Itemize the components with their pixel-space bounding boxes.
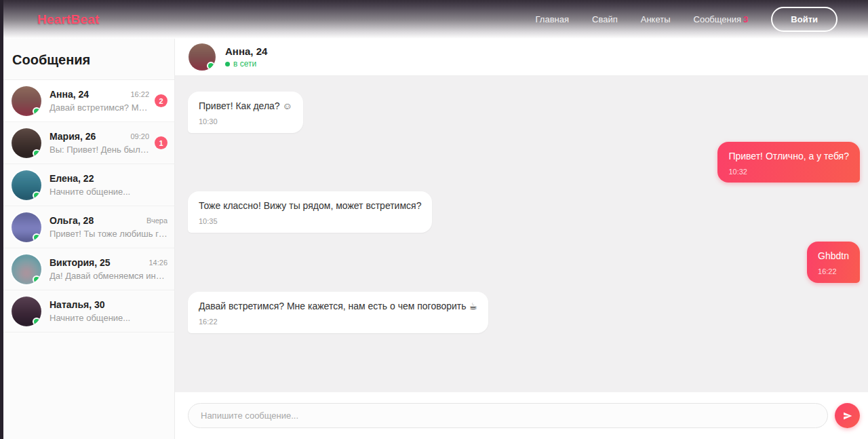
conversation-item-olga[interactable]: Ольга, 28 Вчера Привет! Ты тоже любишь г… <box>3 206 174 248</box>
main-layout: Сообщения Анна, 24 16:22 Давай встретимс… <box>0 39 868 439</box>
avatar <box>12 170 41 200</box>
online-dot <box>33 233 41 242</box>
avatar <box>12 212 41 242</box>
conversation-name: Анна, 24 <box>50 89 89 100</box>
online-dot <box>33 318 41 326</box>
conversation-item-maria[interactable]: Мария, 26 09:20 Вы: Привет! День был нас… <box>3 122 174 164</box>
message-time: 16:22 <box>199 317 477 327</box>
online-dot <box>33 149 41 157</box>
message-text: Давай встретимся? Мне кажется, нам есть … <box>199 300 477 313</box>
brand-logo[interactable]: HeartBeat <box>37 12 100 27</box>
conversation-time: 16:22 <box>130 90 149 98</box>
conversation-time: Вчера <box>146 216 167 225</box>
avatar <box>12 128 41 158</box>
message-text: Привет! Как дела? ☺ <box>199 100 292 113</box>
login-button[interactable]: Войти <box>771 7 837 32</box>
unread-badge: 2 <box>155 94 167 107</box>
sidebar-title: Сообщения <box>3 39 174 80</box>
message-incoming: Тоже классно! Вижу ты рядом, может встре… <box>188 191 860 233</box>
message-text: Привет! Отлично, а у тебя? <box>728 150 849 163</box>
chat-header: Анна, 24 в сети <box>175 39 868 76</box>
unread-badge: 1 <box>155 136 167 149</box>
conversation-preview: Начните общение... <box>50 187 167 197</box>
conversation-item-natalia[interactable]: Наталья, 30 Начните общение... <box>3 290 174 332</box>
messages-count-badge: 3 <box>743 14 748 24</box>
online-dot <box>33 275 41 284</box>
message-time: 10:35 <box>199 216 421 227</box>
nav-item-messages[interactable]: Сообщения3 <box>694 14 749 24</box>
conversation-preview: Привет! Ты тоже любишь горы? <box>50 229 167 239</box>
conversation-time: 14:26 <box>149 259 167 267</box>
conversation-name: Мария, 26 <box>50 131 96 142</box>
nav-item-profiles[interactable]: Анкеты <box>641 14 671 24</box>
message-time: 10:32 <box>728 167 849 177</box>
message-outgoing: Ghbdtn 16:22 <box>188 242 860 283</box>
avatar <box>12 254 41 284</box>
nav-item-swipe[interactable]: Свайп <box>592 14 618 24</box>
message-composer <box>175 392 868 439</box>
avatar <box>12 86 41 116</box>
conversation-time: 09:20 <box>130 132 149 140</box>
message-text: Тоже классно! Вижу ты рядом, может встре… <box>199 199 421 212</box>
conversation-preview: Да! Давай обменяемся инстагра... <box>50 271 167 281</box>
message-outgoing: Привет! Отлично, а у тебя? 10:32 <box>188 142 860 183</box>
status-dot-icon <box>225 62 230 66</box>
conversation-preview: Давай встретимся? Мне каж... <box>50 102 149 113</box>
conversation-name: Виктория, 25 <box>50 257 111 268</box>
nav-links: Главная Свайп Анкеты Сообщения3 Войти <box>536 7 837 32</box>
conversations-sidebar: Сообщения Анна, 24 16:22 Давай встретимс… <box>0 39 175 439</box>
conversation-item-anna[interactable]: Анна, 24 16:22 Давай встретимся? Мне каж… <box>3 80 174 122</box>
conversation-preview: Вы: Привет! День был насыщ... <box>50 145 149 155</box>
left-edge-strip <box>0 0 3 439</box>
message-text: Ghbdtn <box>818 250 849 263</box>
message-time: 10:30 <box>199 117 292 127</box>
conversation-item-elena[interactable]: Елена, 22 Начните общение... <box>3 164 174 206</box>
top-navbar: HeartBeat Главная Свайп Анкеты Сообщения… <box>0 0 868 39</box>
paper-plane-icon <box>843 411 852 421</box>
peer-name: Анна, 24 <box>225 45 267 57</box>
online-dot <box>33 107 41 115</box>
message-list: Привет! Как дела? ☺ 10:30 Привет! Отличн… <box>175 76 868 392</box>
message-incoming: Привет! Как дела? ☺ 10:30 <box>188 92 860 133</box>
avatar <box>12 297 41 326</box>
message-incoming: Давай встретимся? Мне кажется, нам есть … <box>188 292 860 333</box>
conversation-item-viktoria[interactable]: Виктория, 25 14:26 Да! Давай обменяемся … <box>3 248 174 290</box>
conversation-name: Елена, 22 <box>50 173 94 184</box>
online-dot <box>207 62 215 70</box>
nav-item-home[interactable]: Главная <box>536 14 569 24</box>
peer-avatar <box>189 43 216 71</box>
conversation-preview: Начните общение... <box>50 313 167 323</box>
peer-status: в сети <box>225 59 267 69</box>
online-dot <box>33 191 41 199</box>
message-input[interactable] <box>188 403 828 428</box>
conversation-name: Ольга, 28 <box>50 215 94 226</box>
send-button[interactable] <box>835 403 860 428</box>
conversation-name: Наталья, 30 <box>50 299 105 310</box>
chat-panel: Анна, 24 в сети Привет! Как дела? ☺ 10:3… <box>175 39 868 439</box>
message-time: 16:22 <box>818 267 849 277</box>
